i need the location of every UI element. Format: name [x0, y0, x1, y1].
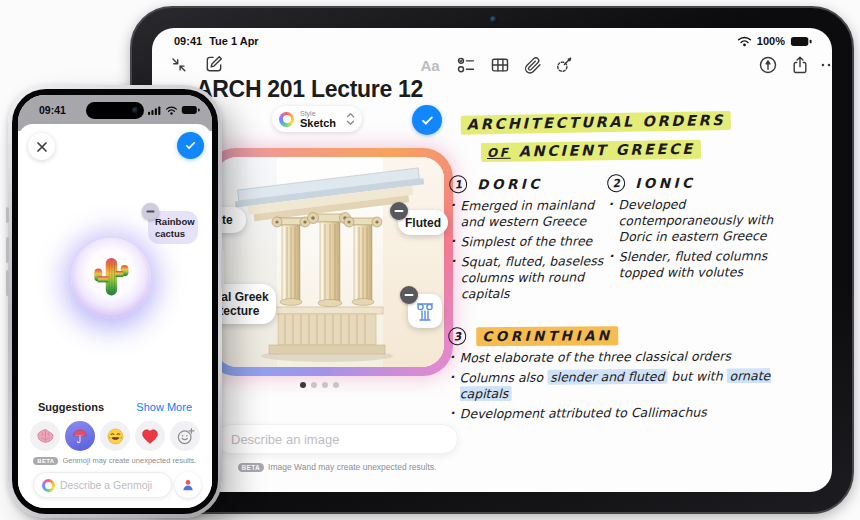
genmoji-preview-bubble: [71, 238, 151, 318]
laughing-emoji-chip[interactable]: [100, 421, 130, 451]
people-picker-button[interactable]: [175, 472, 201, 498]
generated-image-card[interactable]: [206, 148, 453, 376]
dynamic-island: [86, 102, 144, 119]
rainbow-cactus-emoji: [90, 255, 132, 301]
attach-button[interactable]: [518, 51, 546, 79]
circled-number: 2: [606, 173, 626, 193]
collapse-arrows-icon: [169, 55, 188, 74]
notes-heading-line1: ARCHITECTURAL ORDERS: [461, 112, 732, 133]
battery-icon: [790, 36, 812, 47]
corinthian-bullet: Development attributed to Callimachus: [449, 404, 797, 422]
suggestions-header: Suggestions Show More: [18, 401, 212, 413]
close-genmoji-button[interactable]: [28, 133, 55, 160]
cellular-signal-icon: [148, 106, 161, 115]
heading-of-word: OF: [487, 146, 511, 160]
image-wand-icon: [554, 55, 574, 75]
pager-dot[interactable]: [311, 382, 317, 388]
ipad-notes-app-screen: 09:41Tue 1 Apr 100% Aa: [152, 28, 832, 492]
image-variant-pager[interactable]: [300, 382, 339, 388]
person-icon: [181, 478, 195, 492]
text-format-button[interactable]: Aa: [416, 51, 444, 79]
checkmark-icon: [184, 139, 197, 152]
accept-image-button[interactable]: [412, 105, 442, 135]
table-icon: [490, 55, 510, 75]
pager-dot[interactable]: [322, 382, 328, 388]
corinthian-bullet: Most elaborate of the three classical or…: [448, 348, 796, 366]
style-picker-label: Style: [300, 110, 336, 117]
minus-icon: [404, 290, 414, 300]
collapse-window-button[interactable]: [164, 50, 192, 78]
image-wand-button[interactable]: [550, 51, 578, 79]
genmoji-disclaimer: BETA Genmoji may create unexpected resul…: [18, 456, 212, 465]
greek-columns-image: [215, 157, 444, 367]
heart-emoji-chip[interactable]: [135, 421, 165, 451]
show-more-link[interactable]: Show More: [136, 401, 192, 413]
compose-note-button[interactable]: [200, 50, 228, 78]
ionic-bullet: Slender, fluted columns topped with volu…: [608, 248, 796, 281]
checkmark-icon: [420, 113, 435, 128]
notes-section-corinthian: 3 CORINTHIAN Most elaborate of the three…: [448, 325, 797, 426]
image-wand-disclaimer-text: Image Wand may create unexpected results…: [268, 462, 436, 472]
style-picker[interactable]: Style Sketch: [272, 106, 362, 132]
beta-badge: BETA: [238, 463, 264, 472]
section-title-doric: DORIC: [477, 176, 543, 192]
describe-genmoji-input[interactable]: [60, 479, 163, 491]
umbrella-emoji-icon: [71, 427, 89, 445]
handwritten-notes: ARCHITECTURAL ORDERS OFANCIENT GREECE 1 …: [447, 107, 832, 492]
close-icon: [36, 141, 48, 153]
genmoji-disclaimer-text: Genmoji may create unexpected results.: [62, 456, 196, 465]
emoji-suggestions-row: [18, 421, 212, 451]
remove-thumbnail-tag-button[interactable]: [400, 286, 418, 304]
checklist-button[interactable]: [452, 51, 480, 79]
circled-number: 1: [448, 174, 468, 194]
more-options-button[interactable]: [815, 51, 832, 79]
markup-button[interactable]: [754, 51, 782, 79]
add-emoji-icon: [176, 427, 195, 446]
umbrella-genmoji-chip[interactable]: [65, 421, 95, 451]
suggestions-label: Suggestions: [38, 401, 104, 413]
ipad-clock: 09:41: [174, 35, 202, 47]
blue-highlight: slender and fluted: [547, 369, 667, 385]
heading-rest: ANCIENT GREECE: [518, 141, 694, 160]
pager-dot[interactable]: [300, 382, 306, 388]
ipad-status-bar-left: 09:41Tue 1 Apr: [174, 35, 259, 47]
describe-image-input[interactable]: [216, 424, 458, 454]
brain-emoji-chip[interactable]: [30, 421, 60, 451]
doric-bullet: Squat, fluted, baseless columns with rou…: [450, 253, 610, 302]
iphone-status-icons: [148, 105, 200, 115]
confirm-genmoji-button[interactable]: [177, 132, 204, 159]
doric-bullet: Simplest of the three: [450, 233, 610, 250]
iphone-device-frame: 09:41 Rainbow cactus: [8, 85, 222, 518]
action-button: [6, 207, 9, 223]
wifi-icon: [737, 36, 752, 47]
share-button[interactable]: [786, 51, 814, 79]
corinthian-bullet: Columns also slender and fluted but with…: [448, 368, 796, 402]
checklist-icon: [456, 55, 476, 75]
remove-fluted-tag-button[interactable]: [390, 202, 408, 220]
text-format-aa-label: Aa: [420, 57, 439, 74]
notes-section-doric: 1 DORIC Emerged in mainland and western …: [449, 174, 610, 306]
minus-icon: [146, 207, 155, 216]
volume-up-button: [6, 237, 9, 263]
describe-genmoji-field[interactable]: [33, 472, 172, 498]
section-title-corinthian: CORINTHIAN: [476, 327, 618, 344]
battery-icon: [181, 105, 200, 115]
paperclip-icon: [523, 56, 542, 75]
ipad-front-camera: [490, 16, 497, 23]
wifi-icon: [165, 106, 178, 115]
ipad-battery-percent: 100%: [757, 35, 785, 47]
style-picker-value: Sketch: [300, 118, 336, 129]
column-sketch-icon: [413, 299, 437, 323]
apple-intelligence-icon: [42, 479, 55, 492]
new-genmoji-chip[interactable]: [170, 421, 200, 451]
image-wand-disclaimer: BETA Image Wand may create unexpected re…: [216, 462, 458, 472]
ellipsis-icon: [820, 56, 832, 74]
power-button: [221, 250, 224, 288]
laughing-crying-emoji-icon: [106, 427, 125, 446]
red-heart-emoji-icon: [141, 428, 159, 445]
pager-dot[interactable]: [333, 382, 339, 388]
markup-pencil-icon: [758, 55, 778, 75]
remove-genmoji-prompt-button[interactable]: [142, 203, 159, 220]
table-button[interactable]: [486, 51, 514, 79]
apple-intelligence-marketing-scene: 09:41Tue 1 Apr 100% Aa: [0, 0, 860, 520]
